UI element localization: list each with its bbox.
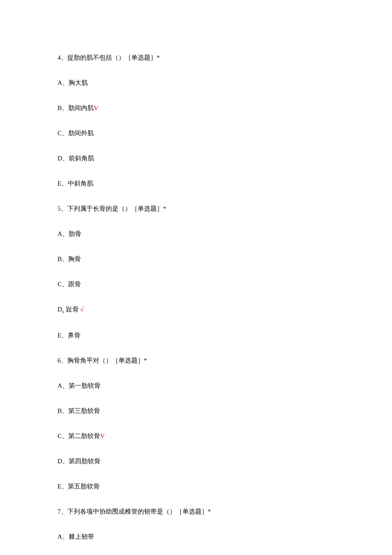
option-a: A、棘上韧带 — [58, 532, 334, 541]
question-text: 5、下列属于长骨的是（）［单选题］* — [58, 204, 334, 213]
option-text: 趾骨 — [64, 306, 81, 313]
option-b: B、胸骨 — [58, 255, 334, 264]
option-d: Dx 趾骨 √ — [58, 305, 334, 315]
option-text: D、第四肋软骨 — [58, 458, 101, 465]
question-block-6: 6、胸骨角平对（）［单选题］*A、第一肋软骨B、第三肋软骨C、第二肋软骨VD、第… — [58, 356, 334, 491]
option-text: C、第二肋软骨 — [58, 433, 100, 439]
option-e: E、第五肋软骨 — [58, 482, 334, 491]
option-text: D、前斜角肌 — [58, 155, 94, 162]
option-b: B、肋间内肌V — [58, 104, 334, 113]
correct-check-icon: V — [100, 433, 105, 439]
option-a: A、肋骨 — [58, 230, 334, 238]
correct-check-icon: V — [94, 105, 98, 111]
option-label: D — [58, 306, 62, 313]
option-e: E、中斜角肌 — [58, 179, 334, 188]
question-text: 4、提肋的肌不包括（）［单选题］* — [58, 53, 334, 62]
question-block-5: 5、下列属于长骨的是（）［单选题］*A、肋骨B、胸骨C、跟骨Dx 趾骨 √E、鼻… — [58, 204, 334, 340]
option-text: C、跟骨 — [58, 281, 81, 288]
option-c: C、第二肋软骨V — [58, 432, 334, 441]
option-text: E、鼻骨 — [58, 332, 81, 339]
question-block-4: 4、提肋的肌不包括（）［单选题］*A、胸大肌B、肋间内肌VC、肋间外肌D、前斜角… — [58, 53, 334, 188]
option-text: B、第三肋软骨 — [58, 407, 100, 414]
option-c: C、跟骨 — [58, 280, 334, 289]
question-text: 7、下列各项中协助围成椎管的韧带是（）［单选题］* — [58, 507, 334, 516]
option-text: E、中斜角肌 — [58, 180, 93, 187]
option-text: A、棘上韧带 — [58, 533, 94, 540]
option-text: A、胸大肌 — [58, 79, 88, 86]
question-text: 6、胸骨角平对（）［单选题］* — [58, 356, 334, 365]
option-d: D、前斜角肌 — [58, 154, 334, 163]
option-d: D、第四肋软骨 — [58, 457, 334, 466]
option-text: C、肋间外肌 — [58, 130, 94, 137]
option-a: A、胸大肌 — [58, 78, 334, 87]
option-text: E、第五肋软骨 — [58, 483, 100, 490]
option-text: A、第一肋软骨 — [58, 382, 101, 389]
option-c: C、肋间外肌 — [58, 129, 334, 138]
option-text: B、肋间内肌 — [58, 105, 94, 111]
option-text: A、肋骨 — [58, 230, 81, 237]
question-block-7: 7、下列各项中协助围成椎管的韧带是（）［单选题］*A、棘上韧带B、前纵韧带 — [58, 507, 334, 555]
correct-check-icon: √ — [80, 306, 84, 313]
option-a: A、第一肋软骨 — [58, 381, 334, 390]
option-text: B、胸骨 — [58, 256, 81, 262]
option-b: B、第三肋软骨 — [58, 407, 334, 416]
option-e: E、鼻骨 — [58, 331, 334, 340]
